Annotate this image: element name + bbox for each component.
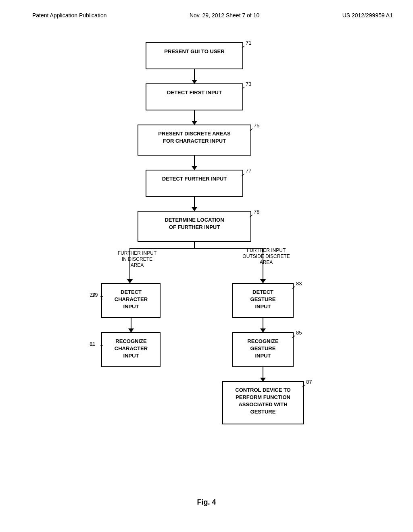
label-71: PRESENT GUI TO USER <box>164 48 225 54</box>
label-87b: PERFORM FUNCTION <box>236 394 290 400</box>
ref-79-num: 79 <box>92 292 98 298</box>
ref-85: 85 <box>296 330 302 336</box>
label-75b: FOR CHARACTER INPUT <box>163 138 226 144</box>
box-77 <box>146 170 243 196</box>
label-85b: GESTURE <box>250 345 276 351</box>
branch-left-label-1: FURTHER INPUT <box>118 250 157 256</box>
label-79c: INPUT <box>123 303 139 310</box>
ref-83: 83 <box>296 281 302 287</box>
page-header: Patent Application Publication Nov. 29, … <box>0 0 413 23</box>
svg-marker-11 <box>192 207 197 211</box>
label-73: DETECT FIRST INPUT <box>167 89 222 96</box>
svg-marker-30 <box>260 378 266 382</box>
svg-marker-18 <box>260 279 266 283</box>
box-73 <box>146 84 243 110</box>
svg-marker-2 <box>192 80 197 84</box>
ref-87: 87 <box>306 379 312 385</box>
label-87c: ASSOCIATED WITH <box>238 401 287 407</box>
ref-75: 75 <box>254 123 259 129</box>
branch-left-label-3: AREA <box>131 262 144 268</box>
label-78a: DETERMINE LOCATION <box>165 217 224 223</box>
label-83b: GESTURE <box>250 296 276 302</box>
ref-71: 71 <box>246 40 251 46</box>
header-middle: Nov. 29, 2012 Sheet 7 of 10 <box>190 12 259 19</box>
label-81c: INPUT <box>123 353 139 359</box>
label-77: DETECT FURTHER INPUT <box>162 176 227 182</box>
flowchart-svg: PRESENT GUI TO USER 71 DETECT FIRST INPU… <box>65 31 348 482</box>
header-right: US 2012/299959 A1 <box>342 12 393 19</box>
label-79b: CHARACTER <box>115 296 148 302</box>
label-83a: DETECT <box>252 289 273 295</box>
svg-marker-27 <box>260 328 266 332</box>
svg-marker-5 <box>192 121 197 125</box>
label-85a: RECOGNIZE <box>247 338 279 344</box>
svg-marker-23 <box>128 328 134 332</box>
header-left: Patent Application Publication <box>32 12 106 19</box>
svg-marker-8 <box>192 166 197 170</box>
branch-right-label-2: OUTSIDE DISCRETE <box>242 254 290 259</box>
label-81a: RECOGNIZE <box>115 338 147 344</box>
label-75a: PRESENT DISCRETE AREAS <box>158 131 231 137</box>
label-87a: CONTROL DEVICE TO <box>235 387 290 393</box>
branch-left-label-2: IN DISCRETE <box>122 256 152 262</box>
ref-77: 77 <box>246 168 251 174</box>
label-83c: INPUT <box>255 303 271 310</box>
label-81b: CHARACTER <box>115 345 148 351</box>
figure-caption: Fig. 4 <box>0 498 413 507</box>
label-78b: OF FURTHER INPUT <box>169 224 220 230</box>
diagram-container: PRESENT GUI TO USER 71 DETECT FIRST INPU… <box>0 23 413 490</box>
branch-right-label-3: AREA <box>260 260 273 265</box>
label-85c: INPUT <box>255 353 271 359</box>
label-87d: GESTURE <box>250 409 276 415</box>
svg-marker-16 <box>127 279 133 283</box>
box-71 <box>146 43 243 69</box>
ref-73: 73 <box>246 81 251 87</box>
label-79a: DETECT <box>121 289 142 295</box>
ref-78: 78 <box>254 209 259 215</box>
